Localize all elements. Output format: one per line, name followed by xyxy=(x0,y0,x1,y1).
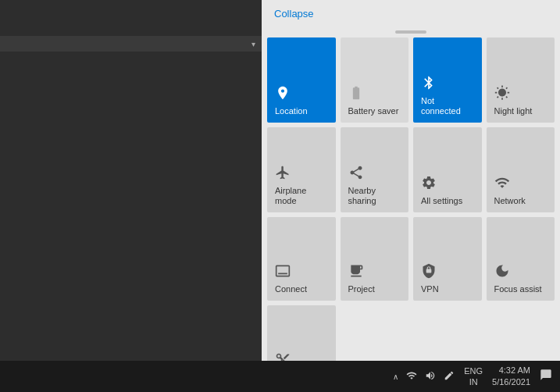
scroll-bar[interactable]: ▾ xyxy=(0,36,262,52)
left-panel-content xyxy=(0,0,262,36)
tile-location[interactable]: Location xyxy=(267,37,336,123)
drag-handle xyxy=(262,27,560,35)
language-code: ENG xyxy=(464,365,483,376)
nearby-sharing-icon xyxy=(348,165,364,183)
taskbar: ∧ ENG IN 4:32 AM 5/16/2021 xyxy=(0,361,560,392)
system-tray-chevron[interactable]: ∧ xyxy=(391,371,400,383)
tile-airplane-mode-label: Airplane mode xyxy=(275,186,328,206)
tile-nearby-sharing[interactable]: Nearby sharing xyxy=(341,127,409,212)
tile-all-settings[interactable]: All settings xyxy=(413,127,482,212)
language-indicator[interactable]: ENG IN xyxy=(461,364,486,390)
tile-nearby-sharing-label: Nearby sharing xyxy=(348,186,401,206)
connect-icon xyxy=(275,263,291,281)
action-center-panel: Collapse Location Battery saver xyxy=(262,0,560,392)
tile-airplane-mode[interactable]: Airplane mode xyxy=(267,127,336,212)
network-icon xyxy=(494,175,510,193)
tile-vpn-label: VPN xyxy=(421,284,439,294)
notification-center-button[interactable] xyxy=(537,367,555,386)
airplane-mode-icon xyxy=(275,165,291,183)
tile-project-label: Project xyxy=(348,284,375,294)
tile-connect[interactable]: Connect xyxy=(267,217,336,301)
system-tray-icons xyxy=(403,369,458,385)
quick-actions-grid: Location Battery saver Not connected xyxy=(262,35,560,392)
tile-focus-assist-label: Focus assist xyxy=(494,284,542,294)
tile-battery-saver[interactable]: Battery saver xyxy=(341,37,409,123)
left-panel: ▾ xyxy=(0,0,262,392)
tile-vpn[interactable]: VPN xyxy=(413,217,482,301)
scroll-arrow-icon: ▾ xyxy=(251,40,255,48)
tile-network-label: Network xyxy=(494,196,526,206)
language-country: IN xyxy=(469,376,478,387)
date-display: 5/16/2021 xyxy=(492,376,530,388)
bluetooth-icon xyxy=(421,75,437,93)
clock[interactable]: 4:32 AM 5/16/2021 xyxy=(489,363,533,390)
focus-assist-icon xyxy=(494,263,510,281)
night-light-icon xyxy=(494,85,510,103)
tile-battery-saver-label: Battery saver xyxy=(348,106,399,116)
tile-not-connected-label: Not connected xyxy=(421,96,474,116)
vpn-icon xyxy=(421,263,437,281)
collapse-button[interactable]: Collapse xyxy=(262,0,560,27)
tile-focus-assist[interactable]: Focus assist xyxy=(487,217,555,301)
pen-tray-icon[interactable] xyxy=(441,369,458,385)
all-settings-icon xyxy=(421,175,437,193)
tile-night-light[interactable]: Night light xyxy=(487,37,555,123)
tile-all-settings-label: All settings xyxy=(421,196,462,206)
tile-location-label: Location xyxy=(275,106,308,116)
left-panel-lower xyxy=(0,52,262,387)
network-tray-icon[interactable] xyxy=(403,369,420,385)
location-icon xyxy=(275,85,291,103)
speaker-tray-icon[interactable] xyxy=(422,369,439,385)
drag-handle-bar xyxy=(395,30,426,34)
tile-network[interactable]: Network xyxy=(487,127,555,212)
tile-connect-label: Connect xyxy=(275,284,307,294)
time-display: 4:32 AM xyxy=(499,365,530,376)
tile-night-light-label: Night light xyxy=(494,106,533,116)
tile-project[interactable]: Project xyxy=(341,217,409,301)
project-icon xyxy=(348,263,364,281)
battery-saver-icon xyxy=(348,85,364,103)
tile-not-connected[interactable]: Not connected xyxy=(413,37,482,123)
